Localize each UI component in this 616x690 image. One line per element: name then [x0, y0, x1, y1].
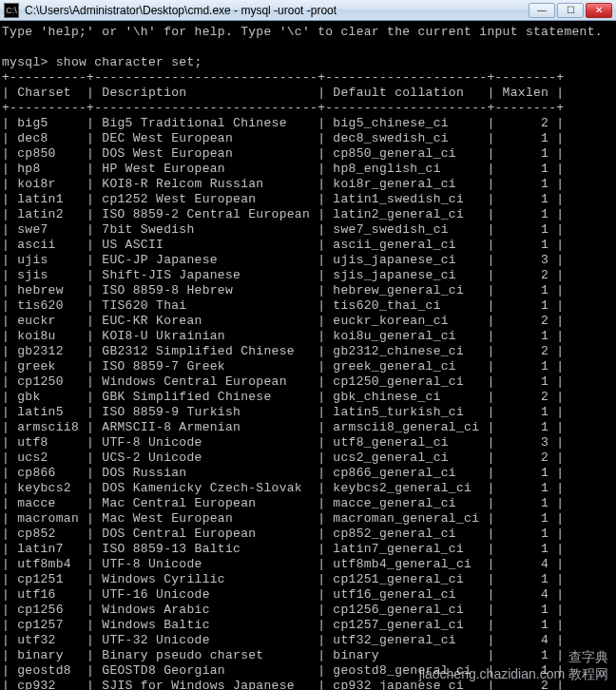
close-button[interactable]: ✕: [586, 3, 612, 18]
window-titlebar[interactable]: C:\ C:\Users\Administrator\Desktop\cmd.e…: [0, 0, 616, 21]
minimize-button[interactable]: —: [529, 3, 555, 18]
maximize-button[interactable]: ☐: [557, 3, 584, 18]
app-icon: C:\: [4, 3, 19, 18]
terminal-output[interactable]: Type 'help;' or '\h' for help. Type '\c'…: [0, 21, 616, 690]
window-buttons: — ☐ ✕: [529, 3, 612, 18]
window-title: C:\Users\Administrator\Desktop\cmd.exe -…: [25, 4, 529, 17]
